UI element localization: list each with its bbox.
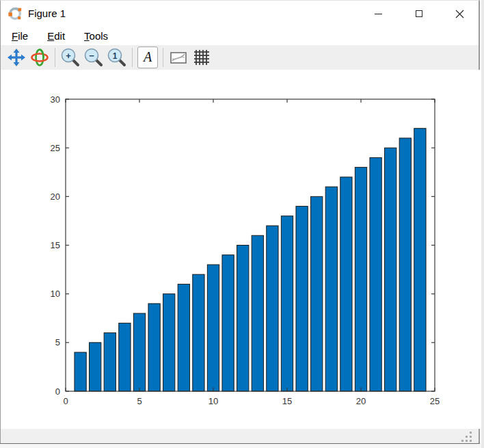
bar [399,138,411,391]
insert-text-icon: A [137,47,158,68]
minimize-icon [375,14,382,14]
axes-icon [169,48,188,67]
svg-text:+: + [66,51,71,61]
bar [222,255,234,391]
svg-text:5: 5 [137,396,142,406]
svg-text:25: 25 [430,396,440,406]
bar [178,284,189,391]
svg-text:A: A [142,49,152,64]
bar [193,274,204,391]
svg-text:1: 1 [113,51,118,61]
bar [281,216,293,391]
insert-text-button[interactable]: A [136,47,159,68]
bar [267,226,278,391]
svg-text:15: 15 [282,396,292,406]
grid-button[interactable] [190,47,213,68]
maximize-icon [416,10,422,17]
window-title: Figure 1 [28,8,66,19]
background-window-sliver-bottom [0,444,481,448]
octave-logo-icon [8,6,23,21]
zoom-in-icon: + [60,47,81,68]
background-window-sliver-right [481,0,484,448]
menu-bar: File Edit Tools [1,27,479,45]
close-button[interactable] [444,1,475,27]
toolbar: + − 1 A [1,45,479,70]
title-bar[interactable]: Figure 1 [1,1,479,27]
svg-text:30: 30 [51,94,60,105]
rotate-button[interactable] [28,47,51,68]
bar [325,187,337,391]
bar [355,168,366,391]
axes-button[interactable] [167,47,190,68]
pan-icon [7,48,26,67]
svg-text:10: 10 [51,289,60,299]
bar [133,313,145,391]
zoom-original-icon: 1 [107,47,127,68]
bar [90,343,101,391]
bar [163,294,175,391]
status-bar [1,429,479,443]
close-icon [455,10,464,18]
bar [252,235,263,391]
minimize-button[interactable] [362,1,394,27]
figure-window: Figure 1 File Edit Tools [0,0,480,444]
svg-text:5: 5 [55,337,60,347]
svg-text:15: 15 [51,240,60,250]
svg-text:0: 0 [55,386,60,397]
bar [75,352,86,391]
svg-text:10: 10 [209,396,218,406]
toolbar-separator [163,48,163,67]
svg-text:20: 20 [356,396,366,406]
bar [385,148,396,391]
bar [340,177,352,391]
plot-canvas[interactable]: 0510152025051015202530 [1,70,481,429]
bar [237,246,249,392]
svg-text:25: 25 [51,143,60,153]
bar [370,157,381,391]
bar [119,323,131,391]
bar [148,304,160,391]
toolbar-separator [132,48,133,67]
rotate-icon [30,48,49,67]
menu-file[interactable]: File [10,29,29,43]
resize-grip-icon[interactable] [460,432,472,442]
maximize-button[interactable] [403,1,435,27]
bar [311,196,323,391]
pan-button[interactable] [5,47,28,68]
bar [207,265,219,391]
menu-tools[interactable]: Tools [83,29,109,43]
bar [296,207,308,391]
menu-edit[interactable]: Edit [46,29,66,43]
grid-icon [192,48,211,67]
bar [414,129,426,391]
bar [104,333,116,391]
svg-text:0: 0 [63,396,68,406]
zoom-in-button[interactable]: + [59,47,82,68]
zoom-original-button[interactable]: 1 [105,47,129,68]
toolbar-separator [55,48,55,67]
zoom-out-icon: − [83,47,104,68]
svg-text:20: 20 [51,192,60,202]
plot-svg: 0510152025051015202530 [1,70,481,429]
zoom-out-button[interactable]: − [82,47,105,68]
svg-text:−: − [89,51,94,61]
